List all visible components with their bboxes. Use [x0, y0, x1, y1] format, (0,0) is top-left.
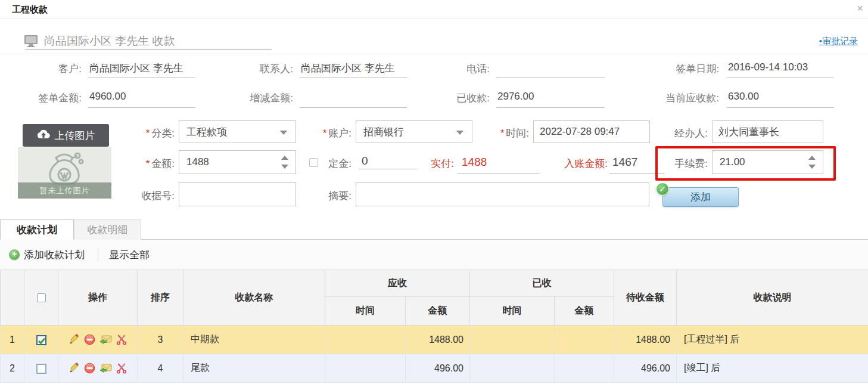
- category-select[interactable]: 工程款项: [179, 120, 296, 143]
- phone-label: 电话:: [408, 62, 490, 76]
- sign-amount-label: 签单金额:: [0, 91, 82, 105]
- row-got-time: [470, 326, 555, 354]
- spinner-down-icon[interactable]: [808, 165, 816, 169]
- fee-stepper[interactable]: [712, 150, 823, 174]
- row-checkbox-unchecked[interactable]: [36, 364, 46, 374]
- sign-date-label: 签单日期:: [620, 62, 719, 76]
- add-button[interactable]: 添加: [662, 187, 739, 207]
- summary-label: 摘要:: [286, 189, 351, 203]
- credited-label: 入账金额:: [553, 157, 608, 171]
- due-underline: [727, 107, 834, 108]
- sign-amount-value: 4960.00: [89, 91, 195, 103]
- split-scissors-icon[interactable]: [116, 363, 127, 374]
- row-pending: 1488.00: [614, 326, 677, 354]
- dialog-title: 工程收款: [12, 4, 48, 16]
- send-envelope-icon[interactable]: [99, 334, 112, 345]
- image-placeholder: 暂未上传图片: [18, 147, 111, 199]
- customer-label: 客户:: [0, 62, 82, 76]
- row-order: 3: [138, 326, 183, 354]
- customer-value: 尚品国际小区 李先生: [89, 61, 195, 75]
- spinner-up-icon[interactable]: [808, 156, 816, 160]
- row-note: [工程过半] 后: [677, 326, 868, 354]
- spinner-up-icon[interactable]: [281, 156, 288, 160]
- send-envelope-icon[interactable]: [99, 363, 112, 374]
- project-payment-dialog: 工程收款 × 尚品国际小区 李先生 收款 •审批记录 客户: 尚品国际小区 李先…: [0, 0, 868, 384]
- account-label: *账户:: [286, 126, 351, 140]
- upload-image-button[interactable]: 上传图片: [23, 124, 109, 147]
- recv-time-header: 时间: [325, 297, 406, 326]
- close-icon[interactable]: ×: [857, 2, 863, 14]
- got-time-header: 时间: [470, 297, 555, 326]
- row-note: [竣工] 后: [677, 354, 868, 383]
- amount-stepper[interactable]: [179, 150, 296, 174]
- no-image-caption: 暂未上传图片: [18, 182, 111, 199]
- fee-label: 手续费:: [652, 157, 708, 171]
- row-recv-amount: 496.00: [406, 354, 470, 383]
- split-scissors-icon[interactable]: [116, 334, 127, 345]
- delete-minus-icon[interactable]: [84, 334, 95, 345]
- category-value: 工程款项: [186, 125, 227, 139]
- time-label: *时间:: [465, 126, 529, 140]
- adjust-amount-underline: [300, 107, 407, 108]
- row-pending: 496.00: [614, 354, 677, 383]
- plus-icon: +: [9, 249, 20, 260]
- customer-underline: [88, 78, 195, 78]
- table-row[interactable]: 2 4 尾款 496.00 496.00: [1, 354, 868, 383]
- op-header: 操作: [58, 270, 138, 326]
- tab-payment-plan[interactable]: 收款计划: [0, 219, 74, 240]
- row-operations: [58, 354, 138, 383]
- receivable-group-header: 应收: [325, 270, 470, 297]
- toolbar-divider: [98, 249, 98, 261]
- amount-label: *金额:: [107, 157, 175, 171]
- select-all-header: [24, 270, 58, 326]
- money-bag-icon: [41, 150, 88, 187]
- row-operations: [58, 326, 138, 354]
- row-order: 4: [138, 354, 183, 383]
- upload-image-label: 上传图片: [55, 129, 95, 143]
- row-recv-time: [325, 354, 406, 383]
- edit-pencil-icon[interactable]: [69, 363, 80, 374]
- receipt-no-input[interactable]: [179, 182, 296, 206]
- order-header: 排序: [138, 270, 183, 326]
- approval-record-link[interactable]: •审批记录: [792, 36, 858, 47]
- row-checkbox-checked[interactable]: [36, 335, 46, 345]
- seq-header: [1, 270, 24, 326]
- row-select-cell: [24, 326, 58, 354]
- deposit-input[interactable]: [359, 154, 417, 169]
- account-select[interactable]: 招商银行: [356, 120, 472, 143]
- amount-input[interactable]: [179, 151, 295, 174]
- account-value: 招商银行: [363, 125, 404, 139]
- phone-underline: [496, 78, 605, 78]
- tab-payment-detail[interactable]: 收款明细: [74, 219, 141, 240]
- row-recv-time: [325, 326, 406, 354]
- time-input[interactable]: [533, 120, 650, 143]
- contact-underline: [300, 78, 407, 78]
- summary-input[interactable]: [356, 182, 649, 206]
- received-group-header: 已收: [470, 270, 614, 297]
- row-seq: 1: [1, 326, 24, 354]
- sign-date-value: 2016-09-14 10:03: [728, 61, 835, 73]
- add-plan-label: 添加收款计划: [24, 248, 85, 262]
- sign-amount-underline: [88, 107, 195, 108]
- spinner-down-icon[interactable]: [281, 165, 288, 169]
- due-value: 630.00: [728, 91, 835, 103]
- table-row[interactable]: 1 3 中期款 1488.00: [1, 326, 868, 354]
- page-title: 尚品国际小区 李先生 收款: [44, 33, 175, 49]
- required-mark: *: [146, 128, 150, 139]
- row-got-amount: [555, 354, 614, 383]
- dialog-header: 工程收款 ×: [0, 0, 868, 18]
- required-mark: *: [500, 128, 505, 139]
- add-plan-button[interactable]: + 添加收款计划: [9, 248, 85, 262]
- chevron-down-icon: [456, 131, 463, 135]
- deposit-checkbox[interactable]: [309, 158, 318, 167]
- payment-plan-table: 操作 排序 收款名称 应收 已收 待收金额 收款说明 时间 金额 时间 金额 1: [0, 270, 868, 383]
- row-got-amount: [555, 326, 614, 354]
- fee-input[interactable]: [713, 151, 823, 174]
- delete-minus-icon[interactable]: [84, 363, 95, 374]
- edit-pencil-icon[interactable]: [69, 334, 80, 345]
- received-underline: [496, 107, 605, 108]
- agent-input[interactable]: [712, 120, 823, 143]
- select-all-checkbox[interactable]: [37, 293, 46, 302]
- show-all-button[interactable]: 显示全部: [109, 248, 150, 262]
- note-header: 收款说明: [677, 270, 868, 326]
